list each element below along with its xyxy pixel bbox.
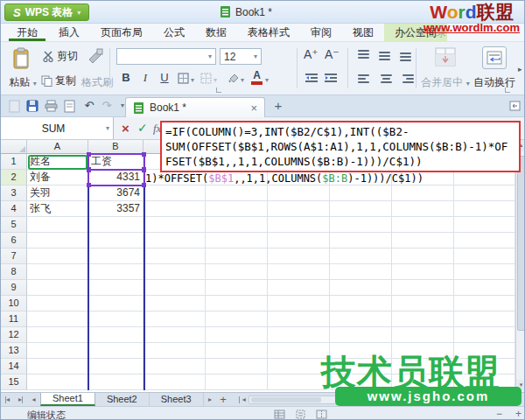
cell-B5[interactable] <box>88 217 144 233</box>
cell-E8[interactable] <box>268 264 330 280</box>
cell-edit-overlay[interactable]: 1)*OFFSET($B$1,,1,1,COLUMNS($B:B)-1)))/C… <box>145 172 424 186</box>
format-painter-icon[interactable] <box>87 47 104 65</box>
align-center-button[interactable] <box>379 74 393 86</box>
cell-F5[interactable] <box>330 217 392 233</box>
row-header-5[interactable]: 5 <box>1 217 27 233</box>
cell-C3[interactable] <box>144 186 206 201</box>
cell-A10[interactable] <box>27 296 88 312</box>
row-header-10[interactable]: 10 <box>1 296 27 312</box>
prev-sheet-icon[interactable]: ◂ <box>27 393 40 406</box>
align-top-button[interactable] <box>358 50 372 61</box>
row-header-14[interactable]: 14 <box>1 359 27 374</box>
cell-E10[interactable] <box>268 296 330 312</box>
cell-A4[interactable]: 张飞 <box>27 201 88 217</box>
cell-E3[interactable] <box>268 186 330 201</box>
cell-H9[interactable] <box>454 280 515 296</box>
cell-D9[interactable] <box>206 280 268 296</box>
cell-G9[interactable] <box>392 280 454 296</box>
sheet-tab-1[interactable]: Sheet1 <box>40 393 95 406</box>
cell-B15[interactable] <box>88 374 144 390</box>
cell-F3[interactable] <box>330 186 392 201</box>
cell-B4[interactable]: 3357 <box>88 201 144 217</box>
cell-F10[interactable] <box>330 296 392 312</box>
cell-H6[interactable] <box>454 233 515 248</box>
close-icon[interactable]: × <box>250 102 257 115</box>
cell-D11[interactable] <box>206 312 268 327</box>
row-header-12[interactable]: 12 <box>1 327 27 343</box>
chevron-down-icon[interactable]: ▾ <box>241 76 244 84</box>
increase-indent-button[interactable] <box>325 73 338 83</box>
row-header-11[interactable]: 11 <box>1 312 27 327</box>
align-right-button[interactable] <box>400 74 414 86</box>
chevron-down-icon[interactable]: ▾ <box>265 76 269 84</box>
ribbon-scroll-right-icon[interactable]: ▸ <box>518 65 522 74</box>
formula-edit-popup[interactable]: =IF(COLUMN()=3,INT($B2/C$1),INT(($B2- SU… <box>160 121 521 172</box>
font-size-combo[interactable]: 12▾ <box>220 48 262 65</box>
cell-G12[interactable] <box>392 327 454 343</box>
wps-app-menu-button[interactable]: S WPS 表格 ▾ <box>4 4 89 21</box>
row-header-3[interactable]: 3 <box>1 186 27 201</box>
menu-tab-1[interactable]: 开始 <box>6 24 48 41</box>
cell-B10[interactable] <box>88 296 144 312</box>
italic-button[interactable]: I <box>137 71 153 85</box>
cell-G3[interactable] <box>392 186 454 201</box>
row-header-15[interactable]: 15 <box>1 374 27 390</box>
cell-A3[interactable]: 关羽 <box>27 186 88 201</box>
cell-G5[interactable] <box>392 217 454 233</box>
cell-C8[interactable] <box>144 264 206 280</box>
row-header-8[interactable]: 8 <box>1 264 27 280</box>
cell-G6[interactable] <box>392 233 454 248</box>
chevron-down-icon[interactable]: ▾ <box>191 76 194 84</box>
cell-D3[interactable] <box>206 186 268 201</box>
draw-border-button[interactable] <box>200 73 212 84</box>
cell-H4[interactable] <box>454 201 515 217</box>
cell-A1[interactable]: 姓名 <box>27 154 88 170</box>
cell-H7[interactable] <box>454 248 515 264</box>
cell-F7[interactable] <box>330 248 392 264</box>
toggle-ribbon-icon[interactable] <box>507 99 522 114</box>
cell-D15[interactable] <box>206 374 268 390</box>
cell-D5[interactable] <box>206 217 268 233</box>
zoom-out-icon[interactable]: − <box>496 408 502 420</box>
page-layout-view-icon[interactable] <box>295 410 306 419</box>
menu-tab-7[interactable]: 审阅 <box>300 24 342 41</box>
add-sheet-icon[interactable]: + <box>217 393 230 406</box>
cell-G11[interactable] <box>392 312 454 327</box>
cancel-formula-icon[interactable]: × <box>122 121 130 136</box>
cell-C13[interactable] <box>144 343 206 359</box>
cell-H3[interactable] <box>454 186 515 201</box>
cell-C5[interactable] <box>144 217 206 233</box>
cell-D13[interactable] <box>206 343 268 359</box>
cell-E4[interactable] <box>268 201 330 217</box>
row-header-9[interactable]: 9 <box>1 280 27 296</box>
cell-A2[interactable]: 刘备 <box>27 170 88 186</box>
cell-E6[interactable] <box>268 233 330 248</box>
cell-A7[interactable] <box>27 248 88 264</box>
cell-F9[interactable] <box>330 280 392 296</box>
cell-B13[interactable] <box>88 343 144 359</box>
align-bottom-button[interactable] <box>400 50 414 61</box>
cell-C4[interactable] <box>144 201 206 217</box>
shrink-font-button[interactable]: A⁻ <box>325 47 340 61</box>
column-header-B[interactable]: B <box>88 140 144 154</box>
cell-E9[interactable] <box>268 280 330 296</box>
row-header-6[interactable]: 6 <box>1 233 27 248</box>
borders-button[interactable] <box>178 73 189 84</box>
page-break-view-icon[interactable] <box>316 410 327 419</box>
cell-E12[interactable] <box>268 327 330 343</box>
align-left-button[interactable] <box>358 74 372 86</box>
font-color-button[interactable]: A <box>251 71 262 85</box>
cell-A15[interactable] <box>27 374 88 390</box>
underline-button[interactable]: U <box>157 71 172 84</box>
cell-E5[interactable] <box>268 217 330 233</box>
next-sheet-icon[interactable]: ▸ <box>204 393 217 406</box>
name-box[interactable]: SUM ▾ <box>1 117 114 139</box>
font-dialog-launcher[interactable] <box>216 88 221 93</box>
cell-G10[interactable] <box>392 296 454 312</box>
align-dialog-launcher[interactable] <box>505 88 510 93</box>
cell-B1[interactable]: 工资 <box>88 154 144 170</box>
cell-H8[interactable] <box>454 264 515 280</box>
cell-E7[interactable] <box>268 248 330 264</box>
cell-H5[interactable] <box>454 217 515 233</box>
cell-D12[interactable] <box>206 327 268 343</box>
